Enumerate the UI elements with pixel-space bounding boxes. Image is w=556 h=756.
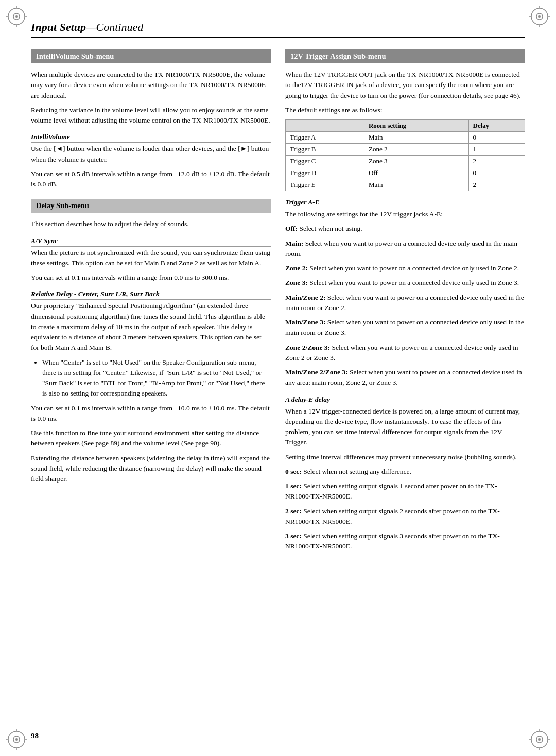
intelli-volume-para3: Use the [◄] button when the volume is lo…: [31, 144, 271, 165]
a-delay-p2: Setting time interval differences may pr…: [285, 452, 525, 462]
trigger-intro-p2: The default settings are as follows:: [285, 105, 525, 115]
a-delay-three: 3 sec: Select when setting output signal…: [285, 531, 525, 552]
relative-delay-p3: Use this function to fine tune your surr…: [31, 428, 271, 449]
av-sync-header: A/V Sync: [31, 237, 271, 247]
trigger-table-col-delay: Delay: [468, 120, 525, 132]
intelli-volume-section-box: IntelliVolume Sub-menu: [31, 49, 271, 63]
intelli-volume-sub-header: IntelliVolume: [31, 133, 271, 143]
av-sync-p2: You can set at 0.1 ms intervals within a…: [31, 272, 271, 283]
corner-decoration-br: [528, 728, 551, 751]
a-delay-zero: 0 sec: Select when not setting any diffe…: [285, 467, 525, 477]
trigger-zone3: Zone 3: Select when you want to power on…: [285, 278, 525, 288]
a-delay-one: 1 sec: Select when setting output signal…: [285, 481, 525, 502]
corner-decoration-tl: [5, 5, 28, 28]
a-delay-two: 2 sec: Select when setting output signal…: [285, 506, 525, 527]
page-title: Input Setup—Continued: [31, 21, 143, 33]
right-column: 12V Trigger Assign Sub-menu When the 12V…: [285, 49, 525, 556]
svg-point-23: [538, 738, 541, 741]
relative-delay-p4: Extending the distance between speakers …: [31, 453, 271, 485]
trigger-ae-header: Trigger A-E: [285, 198, 525, 208]
trigger-main: Main: Select when you want to power on a…: [285, 238, 525, 260]
relative-delay-header: Relative Delay - Center, Surr L/R, Surr …: [31, 290, 271, 300]
relative-delay-bullet1: When "Center" is set to "Not Used" on th…: [42, 357, 271, 399]
page-header: Input Setup—Continued: [31, 21, 525, 38]
trigger-mainzone2zone3: Main/Zone 2/Zone 3: Select when you want…: [285, 367, 525, 388]
table-row: Trigger EMain2: [286, 179, 525, 191]
relative-delay-p1: Our proprietary "Enhanced Special Positi…: [31, 301, 271, 353]
a-delay-p1: When a 12V trigger-connected device is p…: [285, 406, 525, 448]
delay-section-box: Delay Sub-menu: [31, 199, 271, 213]
a-delay-header: A delay-E delay: [285, 396, 525, 405]
table-row: Trigger CZone 32: [286, 156, 525, 167]
page: Input Setup—Continued IntelliVolume Sub-…: [0, 0, 556, 756]
intelli-volume-intro: When multiple devices are connected to t…: [31, 70, 271, 101]
trigger-intro-p1: When the 12V TRIGGER OUT jack on the TX-…: [285, 70, 525, 101]
trigger-mainzone2: Main/Zone 2: Select when you want to pow…: [285, 293, 525, 314]
svg-point-2: [15, 15, 18, 18]
trigger-table: Room setting Delay Trigger AMain0Trigger…: [285, 119, 525, 191]
intelli-volume-para2: Reducing the variance in the volume leve…: [31, 105, 271, 126]
av-sync-p1: When the picture is not synchronized wit…: [31, 248, 271, 269]
corner-decoration-bl: [5, 728, 28, 751]
corner-decoration-tr: [528, 5, 551, 28]
delay-intro: This section describes how to adjust the…: [31, 219, 271, 229]
trigger-zone2: Zone 2: Select when you want to power on…: [285, 263, 525, 273]
trigger-ae-p1: The following are settings for the 12V t…: [285, 209, 525, 219]
svg-point-16: [15, 738, 18, 741]
trigger-table-col-trigger: [286, 120, 364, 132]
relative-delay-bullets: When "Center" is set to "Not Used" on th…: [42, 357, 271, 399]
page-number: 98: [31, 732, 39, 741]
trigger-table-col-room: Room setting: [364, 120, 468, 132]
main-content: IntelliVolume Sub-menu When multiple dev…: [31, 49, 525, 556]
trigger-zone2zone3: Zone 2/Zone 3: Select when you want to p…: [285, 342, 525, 364]
left-column: IntelliVolume Sub-menu When multiple dev…: [31, 49, 271, 556]
trigger-off: Off: Select when not using.: [285, 224, 525, 234]
intelli-volume-para4: You can set at 0.5 dB intervals within a…: [31, 169, 271, 190]
relative-delay-p2: You can set at 0.1 ms intervals within a…: [31, 403, 271, 424]
table-row: Trigger AMain0: [286, 132, 525, 144]
trigger-mainzone3: Main/Zone 3: Select when you want to pow…: [285, 317, 525, 338]
svg-point-9: [538, 15, 541, 18]
table-row: Trigger BZone 21: [286, 144, 525, 156]
table-row: Trigger DOff0: [286, 167, 525, 179]
trigger-section-box: 12V Trigger Assign Sub-menu: [285, 49, 525, 63]
